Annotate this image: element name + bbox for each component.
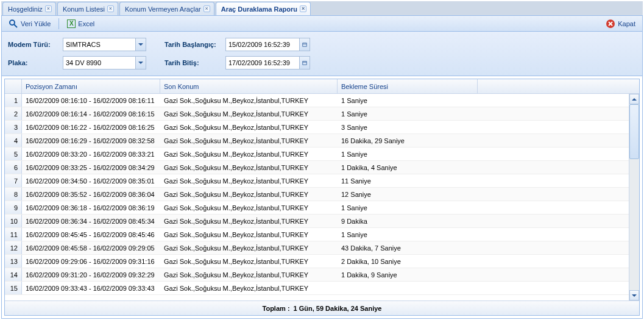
cell-time: 16/02/2009 08:45:58 - 16/02/2009 09:29:0… xyxy=(22,244,160,252)
vertical-scrollbar[interactable] xyxy=(629,94,639,300)
cell-time: 16/02/2009 08:36:18 - 16/02/2009 08:36:1… xyxy=(22,204,160,212)
button-label: Excel xyxy=(78,20,94,27)
end-date-input[interactable] xyxy=(226,57,299,69)
tab-label: Araç Duraklama Raporu xyxy=(221,5,297,13)
footer-total-value: 1 Gün, 59 Dakika, 24 Saniye xyxy=(294,305,382,312)
cell-wait: 1 Saniye xyxy=(338,231,478,238)
cell-wait: 1 Saniye xyxy=(338,110,478,118)
row-number: 1 xyxy=(5,94,22,107)
table-row[interactable]: 616/02/2009 08:33:25 - 16/02/2009 08:34:… xyxy=(5,161,629,174)
cell-location: Gazi Sok.,Soğuksu M.,Beykoz,İstanbul,TUR… xyxy=(160,271,338,279)
row-number: 11 xyxy=(5,228,22,241)
plaka-combo[interactable] xyxy=(63,56,146,69)
row-number-header[interactable] xyxy=(5,79,22,93)
row-number: 12 xyxy=(5,241,22,254)
scroll-up-button[interactable] xyxy=(629,94,639,104)
cell-wait: 3 Saniye xyxy=(338,124,478,131)
table-row[interactable]: 1216/02/2009 08:45:58 - 16/02/2009 09:29… xyxy=(5,241,629,255)
cell-location: Gazi Sok.,Soğuksu M.,Beykoz,İstanbul,TUR… xyxy=(160,258,338,265)
excel-icon: X xyxy=(67,20,76,28)
calendar-icon[interactable] xyxy=(299,57,310,69)
cell-wait: 9 Dakika xyxy=(338,218,478,225)
row-number: 6 xyxy=(5,161,22,174)
cell-location: Gazi Sok.,Soğuksu M.,Beykoz,İstanbul,TUR… xyxy=(160,231,338,238)
table-row[interactable]: 316/02/2009 08:16:22 - 16/02/2009 08:16:… xyxy=(5,121,629,134)
scroll-thumb[interactable] xyxy=(629,104,639,159)
footer-total-label: Toplam : xyxy=(263,305,290,312)
close-icon[interactable]: × xyxy=(203,5,210,12)
load-data-button[interactable]: Veri Yükle xyxy=(4,17,55,30)
row-number: 15 xyxy=(5,282,22,294)
grid-header: Pozisyon Zamanı Son Konum Bekleme Süresi xyxy=(5,79,639,94)
start-date-field[interactable] xyxy=(225,38,310,51)
tab-vehicle-stop-report[interactable]: Araç Duraklama Raporu × xyxy=(216,2,311,15)
cell-time: 16/02/2009 08:33:20 - 16/02/2009 08:33:2… xyxy=(22,151,160,158)
cell-location: Gazi Sok.,Soğuksu M.,Beykoz,İstanbul,TUR… xyxy=(160,110,338,118)
modem-type-combo[interactable] xyxy=(63,38,146,51)
cell-time: 16/02/2009 09:33:43 - 16/02/2009 09:33:4… xyxy=(22,285,160,292)
column-header-time[interactable]: Pozisyon Zamanı xyxy=(22,79,160,93)
chevron-down-icon[interactable] xyxy=(135,57,146,69)
grid-footer: Toplam : 1 Gün, 59 Dakika, 24 Saniye xyxy=(5,300,639,315)
cell-location: Gazi Sok.,Soğuksu M.,Beykoz,İstanbul,TUR… xyxy=(160,191,338,198)
cell-location: Gazi Sok.,Soğuksu M.,Beykoz,İstanbul,TUR… xyxy=(160,164,338,171)
main-panel: Veri Yükle X Excel Kapat Modem Türü: xyxy=(1,16,643,319)
cell-time: 16/02/2009 08:16:22 - 16/02/2009 08:16:2… xyxy=(22,124,160,131)
cell-time: 16/02/2009 08:34:50 - 16/02/2009 08:35:0… xyxy=(22,177,160,185)
scroll-down-button[interactable] xyxy=(629,290,639,300)
calendar-icon[interactable] xyxy=(299,38,310,51)
chevron-down-icon[interactable] xyxy=(135,38,146,51)
row-number: 9 xyxy=(5,201,22,214)
cell-wait: 1 Saniye xyxy=(338,151,478,158)
table-row[interactable]: 1116/02/2009 08:45:45 - 16/02/2009 08:45… xyxy=(5,228,629,241)
table-row[interactable]: 816/02/2009 08:35:52 - 16/02/2009 08:36:… xyxy=(5,188,629,201)
plaka-input[interactable] xyxy=(63,57,135,69)
cell-wait: 1 Saniye xyxy=(338,97,478,104)
cell-wait: 1 Dakika, 4 Saniye xyxy=(338,164,478,171)
close-icon[interactable]: × xyxy=(45,5,52,12)
tab-location-list[interactable]: Konum Listesi × xyxy=(57,2,118,15)
excel-button[interactable]: X Excel xyxy=(63,17,99,30)
table-row[interactable]: 416/02/2009 08:16:29 - 16/02/2009 08:32:… xyxy=(5,134,629,148)
start-date-input[interactable] xyxy=(226,38,299,51)
end-date-field[interactable] xyxy=(225,56,310,69)
row-number: 13 xyxy=(5,255,22,268)
grid-body: 116/02/2009 08:16:10 - 16/02/2009 08:16:… xyxy=(5,94,629,300)
row-number: 7 xyxy=(5,174,22,187)
tab-label: Konum Vermeyen Araçlar xyxy=(125,5,201,13)
modem-type-input[interactable] xyxy=(63,38,135,51)
cell-wait: 1 Dakika, 9 Saniye xyxy=(338,271,478,279)
button-label: Veri Yükle xyxy=(21,20,51,27)
cell-location: Gazi Sok.,Soğuksu M.,Beykoz,İstanbul,TUR… xyxy=(160,124,338,131)
table-row[interactable]: 716/02/2009 08:34:50 - 16/02/2009 08:35:… xyxy=(5,174,629,188)
close-icon[interactable]: × xyxy=(300,5,306,12)
column-header-wait[interactable]: Bekleme Süresi xyxy=(338,79,478,93)
column-header-spacer xyxy=(478,79,639,93)
table-row[interactable]: 1516/02/2009 09:33:43 - 16/02/2009 09:33… xyxy=(5,282,629,295)
column-header-location[interactable]: Son Konum xyxy=(160,79,338,93)
table-row[interactable]: 216/02/2009 08:16:14 - 16/02/2009 08:16:… xyxy=(5,107,629,121)
svg-rect-7 xyxy=(303,62,306,65)
table-row[interactable]: 1316/02/2009 09:29:06 - 16/02/2009 09:31… xyxy=(5,255,629,268)
tab-no-location-vehicles[interactable]: Konum Vermeyen Araçlar × xyxy=(119,2,214,15)
row-number: 3 xyxy=(5,121,22,133)
table-row[interactable]: 516/02/2009 08:33:20 - 16/02/2009 08:33:… xyxy=(5,148,629,161)
close-icon[interactable]: × xyxy=(107,5,114,12)
row-number: 4 xyxy=(5,134,22,147)
table-row[interactable]: 1016/02/2009 08:36:34 - 16/02/2009 08:45… xyxy=(5,215,629,228)
cell-location: Gazi Sok.,Soğuksu M.,Beykoz,İstanbul,TUR… xyxy=(160,285,338,292)
button-label: Kapat xyxy=(618,20,635,27)
svg-point-0 xyxy=(10,20,15,25)
table-row[interactable]: 1416/02/2009 09:31:20 - 16/02/2009 09:32… xyxy=(5,268,629,282)
svg-line-1 xyxy=(14,24,17,27)
cell-wait: 2 Dakika, 10 Saniye xyxy=(338,258,478,265)
cell-location: Gazi Sok.,Soğuksu M.,Beykoz,İstanbul,TUR… xyxy=(160,137,338,144)
start-date-label: Tarih Başlangıç: xyxy=(165,41,225,48)
table-row[interactable]: 916/02/2009 08:36:18 - 16/02/2009 08:36:… xyxy=(5,201,629,215)
cell-time: 16/02/2009 08:45:45 - 16/02/2009 08:45:4… xyxy=(22,231,160,238)
table-row[interactable]: 116/02/2009 08:16:10 - 16/02/2009 08:16:… xyxy=(5,94,629,107)
close-button[interactable]: Kapat xyxy=(601,17,640,30)
tab-welcome[interactable]: Hoşgeldiniz × xyxy=(2,2,56,15)
cell-time: 16/02/2009 09:29:06 - 16/02/2009 09:31:1… xyxy=(22,258,160,265)
cell-wait: 12 Saniye xyxy=(338,191,478,198)
